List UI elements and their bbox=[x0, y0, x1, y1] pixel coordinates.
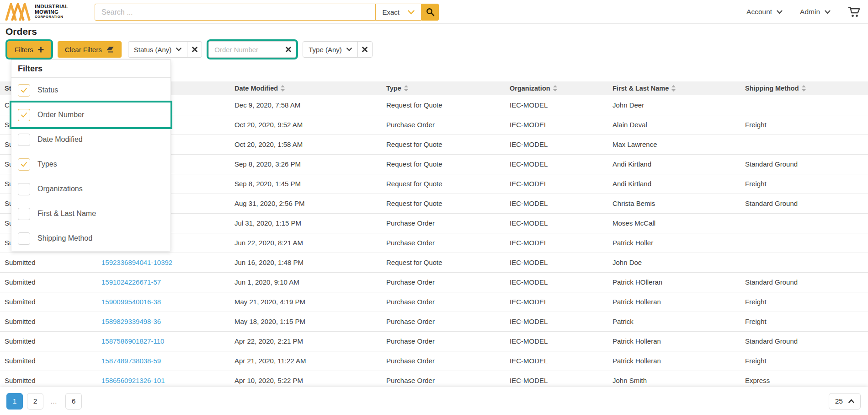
filter-option-shipping-method[interactable]: Shipping Method bbox=[11, 226, 170, 251]
cell-shipping-method: Freight bbox=[745, 292, 868, 312]
column-header-label: Type bbox=[386, 85, 401, 92]
column-header-organization[interactable]: Organization bbox=[510, 81, 612, 95]
search-group: Exact bbox=[95, 4, 439, 21]
filter-option-types[interactable]: Types bbox=[11, 152, 170, 177]
column-header-label: Date Modified bbox=[234, 85, 278, 92]
cell-first-last-name: Patrick Holleran bbox=[612, 331, 745, 351]
column-header-type[interactable]: Type bbox=[386, 81, 510, 95]
filter-option-organizations[interactable]: Organizations bbox=[11, 177, 170, 201]
cell-status: Submitted bbox=[0, 312, 101, 331]
chevron-down-icon bbox=[777, 10, 783, 14]
filter-option-label: Organizations bbox=[37, 185, 83, 193]
order-number-link[interactable]: 1591024226671-57 bbox=[101, 278, 161, 286]
search-button[interactable] bbox=[421, 4, 439, 21]
pagination-page-6[interactable]: 6 bbox=[65, 393, 82, 410]
order-number-filter-remove-button[interactable] bbox=[281, 42, 296, 57]
cell-shipping-method bbox=[745, 213, 868, 233]
order-number-link[interactable]: 1590099540016-38 bbox=[101, 298, 161, 306]
logo[interactable]: INDUSTRIAL MOWING CORPORATION bbox=[5, 2, 69, 21]
checkbox-unchecked[interactable] bbox=[18, 208, 30, 220]
clear-filters-button[interactable]: Clear Filters bbox=[58, 41, 122, 58]
sort-icon bbox=[671, 85, 676, 92]
cell-organization: IEC-MODEL bbox=[510, 312, 612, 331]
cell-type: Purchase Order bbox=[386, 233, 510, 253]
column-header-shipping-method[interactable]: Shipping Method bbox=[745, 81, 868, 95]
filter-option-order-number[interactable]: Order Number bbox=[11, 102, 170, 127]
cell-date-modified: Jul 31, 2020, 1:15 PM bbox=[234, 213, 386, 233]
search-input[interactable] bbox=[95, 4, 375, 20]
pagination-page-2[interactable]: 2 bbox=[27, 393, 43, 410]
cell-type: Request for Quote bbox=[386, 194, 510, 213]
pagination: 12…6 bbox=[6, 393, 82, 410]
cell-shipping-method: Freight bbox=[745, 312, 868, 331]
cell-date-modified: Oct 20, 2020, 9:52 AM bbox=[234, 115, 386, 135]
close-icon bbox=[362, 47, 367, 52]
page-size-select[interactable]: 25 bbox=[829, 393, 861, 410]
status-filter-remove-button[interactable] bbox=[187, 42, 202, 57]
cell-shipping-method: Standard Ground bbox=[745, 154, 868, 174]
type-filter-select[interactable]: Type (Any) bbox=[303, 42, 357, 57]
checkbox-unchecked[interactable] bbox=[18, 183, 30, 195]
cell-organization: IEC-MODEL bbox=[510, 174, 612, 194]
cell-first-last-name: Andi Kirtland bbox=[612, 154, 745, 174]
order-number-link[interactable]: 1586560921326-101 bbox=[101, 377, 165, 384]
type-filter-remove-button[interactable] bbox=[357, 42, 372, 57]
cell-date-modified: Aug 31, 2020, 2:56 PM bbox=[234, 194, 386, 213]
filters-button[interactable]: Filters bbox=[7, 41, 51, 58]
search-box: Exact bbox=[95, 4, 421, 21]
chevron-down-icon bbox=[408, 10, 415, 15]
cell-date-modified: Jun 1, 2020, 9:10 AM bbox=[234, 272, 386, 292]
account-menu[interactable]: Account bbox=[746, 8, 783, 16]
admin-menu-label: Admin bbox=[800, 8, 820, 16]
page-title: Orders bbox=[5, 26, 37, 37]
column-header-first-last-name[interactable]: First & Last Name bbox=[612, 81, 745, 95]
status-filter-select[interactable]: Status (Any) bbox=[128, 42, 187, 57]
cell-type: Purchase Order bbox=[386, 351, 510, 371]
column-header-date-modified[interactable]: Date Modified bbox=[234, 81, 386, 95]
order-number-link[interactable]: 1592336894041-10392 bbox=[101, 259, 172, 266]
sort-icon bbox=[802, 85, 806, 92]
table-row: Submitted1592336894041-10392Jun 16, 2020… bbox=[0, 253, 868, 272]
order-number-link[interactable]: 1587489738038-59 bbox=[101, 357, 161, 365]
cell-shipping-method bbox=[745, 233, 868, 253]
filter-option-label: First & Last Name bbox=[37, 210, 96, 218]
chevron-up-icon bbox=[848, 399, 854, 403]
sort-icon bbox=[281, 85, 285, 92]
cell-date-modified: Sep 8, 2020, 3:26 PM bbox=[234, 154, 386, 174]
checkbox-unchecked[interactable] bbox=[18, 134, 30, 146]
checkbox-unchecked[interactable] bbox=[18, 232, 30, 245]
cell-first-last-name: Patrick HOlleran bbox=[612, 272, 745, 292]
order-number-link[interactable]: 1589829339498-36 bbox=[101, 318, 161, 325]
cell-order-number: 1592336894041-10392 bbox=[101, 253, 234, 272]
cell-date-modified: Sep 8, 2020, 1:45 PM bbox=[234, 174, 386, 194]
table-row: Submitted1591024226671-57Jun 1, 2020, 9:… bbox=[0, 272, 868, 292]
cell-shipping-method: Freight bbox=[745, 174, 868, 194]
admin-menu[interactable]: Admin bbox=[800, 8, 831, 16]
cell-date-modified: Jun 16, 2020, 1:48 PM bbox=[234, 253, 386, 272]
cell-type: Request for Quote bbox=[386, 154, 510, 174]
cell-first-last-name: Andi Kirtland bbox=[612, 174, 745, 194]
chevron-down-icon bbox=[346, 48, 352, 51]
cell-type: Purchase Order bbox=[386, 312, 510, 331]
cell-date-modified: May 18, 2020, 1:15 PM bbox=[234, 312, 386, 331]
checkbox-checked[interactable] bbox=[18, 158, 30, 171]
pagination-page-1-active[interactable]: 1 bbox=[6, 393, 23, 410]
order-number-link[interactable]: 1587586901827-110 bbox=[101, 337, 164, 345]
filter-option-status[interactable]: Status bbox=[11, 78, 170, 102]
checkbox-checked[interactable] bbox=[18, 109, 30, 121]
filter-option-label: Types bbox=[37, 160, 57, 168]
type-filter-chip: Type (Any) bbox=[303, 41, 373, 58]
checkbox-checked[interactable] bbox=[18, 84, 30, 97]
search-mode-select[interactable]: Exact bbox=[375, 4, 421, 20]
filter-option-first-last-name[interactable]: First & Last Name bbox=[11, 201, 170, 226]
cell-first-last-name: Patrick Holleran bbox=[612, 292, 745, 312]
cell-organization: IEC-MODEL bbox=[510, 233, 612, 253]
order-number-filter-input[interactable] bbox=[209, 42, 281, 57]
filter-option-label: Shipping Method bbox=[37, 234, 92, 243]
top-right-menus: Account Admin bbox=[746, 0, 861, 24]
plus-icon bbox=[38, 47, 44, 53]
filter-option-date-modified[interactable]: Date Modified bbox=[11, 127, 170, 152]
cart-button[interactable] bbox=[848, 6, 861, 18]
eraser-icon bbox=[107, 46, 114, 53]
cell-status: Submitted bbox=[0, 272, 101, 292]
